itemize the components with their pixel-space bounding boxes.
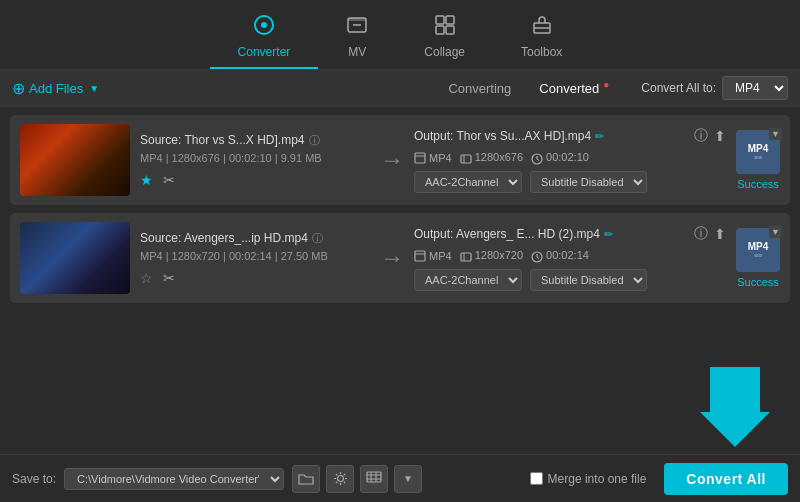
mp4-lines-2: ≡≡ [754, 252, 762, 259]
tab-group: Converting Converted ● [434, 77, 613, 100]
nav-converter[interactable]: Converter [210, 8, 319, 69]
settings-icon-btn[interactable] [326, 465, 354, 493]
info-output-icon-1[interactable]: ⓘ [694, 127, 708, 145]
svg-rect-5 [436, 16, 444, 24]
output-meta-1: MP4 1280x676 00:02:10 [414, 151, 726, 164]
toolbar: ⊕ Add Files ▼ Converting Converted ● Con… [0, 70, 800, 107]
format-tag-2: MP4 [414, 250, 452, 262]
output-name-1: Output: Thor vs Su...AX HD].mp4 ✏ [414, 129, 604, 143]
output-selects-1: AAC-2Channel Subtitle Disabled [414, 171, 726, 193]
tools-icon-btn[interactable] [360, 465, 388, 493]
nav-collage-label: Collage [424, 45, 465, 59]
edit-icon-1[interactable]: ✏ [595, 130, 604, 143]
mp4-dropdown-2[interactable]: ▼ [769, 226, 782, 238]
cut-icon-2[interactable]: ✂ [163, 270, 175, 286]
arrow-right-2: → [380, 244, 404, 272]
audio-select-1[interactable]: AAC-2Channel [414, 171, 522, 193]
star-icon-1[interactable]: ★ [140, 172, 153, 188]
thumbnail-image-2 [20, 222, 130, 294]
svg-rect-11 [415, 153, 425, 163]
svg-rect-18 [415, 251, 425, 261]
mp4-lines-1: ≡≡ [754, 154, 762, 161]
output-meta-2: MP4 1280x720 00:02:14 [414, 249, 726, 262]
save-path-select[interactable]: C:\Vidmore\Vidmore Video Converter\Conve… [64, 468, 284, 490]
svg-point-26 [337, 476, 343, 482]
download-icon-2[interactable]: ⬆ [714, 226, 726, 242]
convert-all-button[interactable]: Convert All [664, 463, 788, 495]
svg-rect-3 [348, 18, 366, 21]
file-actions-2: ☆ ✂ [140, 270, 370, 286]
file-meta-2: MP4 | 1280x720 | 00:02:14 | 27.50 MB [140, 250, 370, 262]
svg-rect-13 [461, 155, 471, 163]
convert-all-to-label: Convert All to: [641, 81, 716, 95]
folder-icon-btn[interactable] [292, 465, 320, 493]
plus-icon: ⊕ [12, 79, 25, 98]
arrow-right-1: → [380, 146, 404, 174]
info-output-icon-2[interactable]: ⓘ [694, 225, 708, 243]
nav-mv-label: MV [348, 45, 366, 59]
audio-select-2[interactable]: AAC-2Channel [414, 269, 522, 291]
edit-icon-2[interactable]: ✏ [604, 228, 613, 241]
svg-rect-27 [367, 472, 381, 482]
success-badge-2: MP4 ≡≡ ▼ Success [736, 228, 780, 288]
bottom-bar: Save to: C:\Vidmore\Vidmore Video Conver… [0, 454, 800, 502]
output-format-1: MP4 [429, 152, 452, 164]
output-top-2: Output: Avengers_ E... HD (2).mp4 ✏ ⓘ ⬆ [414, 225, 726, 243]
cut-icon-1[interactable]: ✂ [163, 172, 175, 188]
download-icon-1[interactable]: ⬆ [714, 128, 726, 144]
source-label-2: Source: Avengers_...ip HD.mp4 ⓘ [140, 231, 370, 246]
svg-line-17 [537, 159, 539, 161]
mv-icon [346, 14, 368, 41]
merge-checkbox[interactable] [530, 472, 543, 485]
info-icon-1[interactable]: ⓘ [309, 133, 320, 148]
converted-dot: ● [603, 79, 609, 90]
output-name-2: Output: Avengers_ E... HD (2).mp4 ✏ [414, 227, 613, 241]
add-files-button[interactable]: ⊕ Add Files ▼ [12, 79, 99, 98]
source-label-1: Source: Thor vs S...X HD].mp4 ⓘ [140, 133, 370, 148]
big-download-arrow [700, 367, 770, 447]
nav-converter-label: Converter [238, 45, 291, 59]
add-files-label: Add Files [29, 81, 83, 96]
nav-toolbox-label: Toolbox [521, 45, 562, 59]
file-info-1: Source: Thor vs S...X HD].mp4 ⓘ MP4 | 12… [140, 133, 370, 188]
merge-checkbox-group: Merge into one file [530, 472, 647, 486]
mp4-icon-1: MP4 ≡≡ ▼ [736, 130, 780, 174]
info-icon-2[interactable]: ⓘ [312, 231, 323, 246]
svg-point-1 [261, 22, 267, 28]
output-text-1: Output: Thor vs Su...AX HD].mp4 [414, 129, 591, 143]
top-navigation: Converter MV Collage [0, 0, 800, 70]
svg-rect-6 [446, 16, 454, 24]
thumbnail-1 [20, 124, 130, 196]
mp4-ext-2: MP4 [748, 241, 769, 252]
subtitle-select-2[interactable]: Subtitle Disabled [530, 269, 647, 291]
nav-toolbox[interactable]: Toolbox [493, 8, 590, 69]
tab-converting-label: Converting [448, 81, 511, 96]
more-icon: ▼ [403, 473, 413, 484]
star-icon-2[interactable]: ☆ [140, 270, 153, 286]
big-arrow-container [700, 367, 770, 447]
file-row: Source: Avengers_...ip HD.mp4 ⓘ MP4 | 12… [10, 213, 790, 303]
more-settings-btn[interactable]: ▼ [394, 465, 422, 493]
collage-icon [434, 14, 456, 41]
success-text-1: Success [737, 178, 779, 190]
mp4-icon-2: MP4 ≡≡ ▼ [736, 228, 780, 272]
output-text-2: Output: Avengers_ E... HD (2).mp4 [414, 227, 600, 241]
nav-mv[interactable]: MV [318, 8, 396, 69]
tab-converted[interactable]: Converted ● [525, 77, 613, 100]
thumbnail-2 [20, 222, 130, 294]
nav-collage[interactable]: Collage [396, 8, 493, 69]
file-meta-1: MP4 | 1280x676 | 00:02:10 | 9.91 MB [140, 152, 370, 164]
converter-icon [253, 14, 275, 41]
output-section-2: Output: Avengers_ E... HD (2).mp4 ✏ ⓘ ⬆ … [414, 225, 726, 290]
format-select[interactable]: MP4 MKV AVI MOV [722, 76, 788, 100]
subtitle-select-1[interactable]: Subtitle Disabled [530, 171, 647, 193]
tab-converting[interactable]: Converting [434, 77, 525, 100]
mp4-dropdown-1[interactable]: ▼ [769, 128, 782, 140]
output-format-2: MP4 [429, 250, 452, 262]
merge-label[interactable]: Merge into one file [548, 472, 647, 486]
toolbox-icon [531, 14, 553, 41]
success-badge-1: MP4 ≡≡ ▼ Success [736, 130, 780, 190]
output-top-1: Output: Thor vs Su...AX HD].mp4 ✏ ⓘ ⬆ [414, 127, 726, 145]
format-tag-1: MP4 [414, 152, 452, 164]
add-files-dropdown-icon: ▼ [89, 83, 99, 94]
